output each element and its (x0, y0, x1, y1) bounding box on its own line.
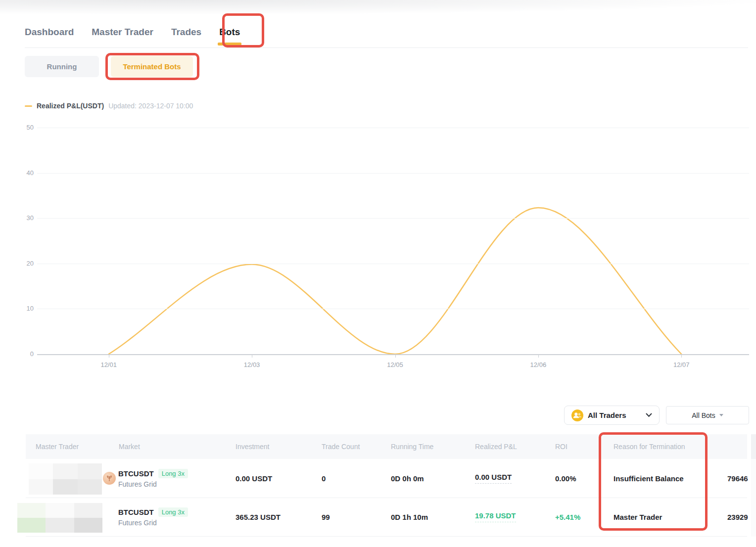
all-traders-dropdown[interactable]: All Traders (564, 406, 660, 425)
redacted-trader-identity (29, 463, 102, 495)
x-axis-tick (681, 355, 682, 358)
y-axis-tick-label: 30 (14, 214, 34, 223)
side-leverage-badge: Long 3x (158, 507, 188, 517)
gridline (37, 218, 749, 219)
bot-type: Futures Grid (118, 480, 188, 488)
tab-dashboard[interactable]: Dashboard (25, 26, 74, 39)
realized-pnl-tooltip-trigger[interactable]: 19.78 USDT (475, 511, 516, 522)
realized-pnl-value: 0.00 USDT (475, 473, 555, 484)
x-axis-tick (109, 355, 109, 358)
x-axis-tick-label: 12/01 (100, 361, 117, 368)
x-axis-tick-label: 12/06 (530, 361, 547, 368)
investment-value: 0.00 USDT (234, 474, 318, 483)
gridline (37, 309, 749, 309)
top-shadow (0, 0, 756, 20)
realized-pnl-value: 19.78 USDT (475, 511, 555, 522)
y-axis-tick-label: 0 (14, 350, 34, 359)
token-icon (103, 472, 116, 485)
realized-pnl-chart: 0102030405012/0112/0312/0512/0612/07 (0, 119, 756, 381)
legend-series-label: Realized P&L(USDT) (37, 102, 104, 110)
header-roi: ROI (555, 443, 614, 451)
header-running-time: Running Time (391, 443, 475, 451)
header-trade-count: Trade Count (318, 443, 391, 451)
header-realized-pnl: Realized P&L (475, 443, 555, 451)
running-time-value: 0D 1h 10m (391, 513, 475, 521)
market-cell: BTCUSDT Long 3x Futures Grid (103, 507, 234, 527)
caret-down-icon (719, 414, 723, 416)
subtab-terminated-bots[interactable]: Terminated Bots (111, 56, 193, 77)
x-axis-tick (252, 355, 252, 358)
trade-count-value: 99 (318, 513, 391, 521)
x-axis-tick (538, 355, 539, 358)
roi-value: +5.41% (555, 513, 614, 521)
realized-pnl-tooltip-trigger[interactable]: 0.00 USDT (475, 473, 512, 484)
row-separator (26, 498, 747, 498)
header-investment: Investment (234, 443, 318, 451)
table-row[interactable]: BTCUSDT Long 3x Futures Grid 0.00 USDT 0… (26, 459, 756, 498)
copy-trading-bots-page: Dashboard Master Trader Trades Bots Runn… (0, 0, 756, 547)
y-axis-tick-label: 20 (14, 259, 34, 268)
gridline (37, 354, 749, 355)
tab-trades[interactable]: Trades (171, 26, 201, 39)
y-axis-tick-label: 40 (14, 169, 34, 178)
legend-line-swatch (25, 105, 32, 107)
market-cell: BTCUSDT Long 3x Futures Grid (103, 469, 234, 488)
row-separator (26, 536, 747, 537)
bot-type: Futures Grid (118, 519, 188, 527)
chevron-down-icon (646, 413, 652, 417)
bot-id: 23929 (715, 513, 756, 521)
trade-count-value: 0 (318, 474, 391, 483)
pnl-line-series (109, 208, 682, 354)
x-axis-tick (395, 355, 396, 358)
all-traders-label: All Traders (588, 411, 641, 419)
header-market: Market (103, 443, 234, 451)
header-reason-for-termination: Reason for Termination (614, 443, 715, 451)
gridline (37, 264, 749, 264)
market-pair: BTCUSDT (118, 508, 154, 516)
traders-icon (571, 410, 583, 421)
investment-value: 365.23 USDT (234, 513, 318, 521)
legend-updated-time: Updated: 2023-12-07 10:00 (108, 102, 193, 110)
x-axis-tick-label: 12/07 (673, 361, 690, 368)
tab-bots[interactable]: Bots (219, 26, 240, 39)
all-bots-label: All Bots (692, 411, 715, 419)
bots-table-header: Master Trader Market Investment Trade Co… (26, 434, 747, 459)
running-time-value: 0D 0h 0m (391, 474, 475, 483)
side-leverage-badge: Long 3x (158, 469, 188, 478)
roi-value: 0.00% (555, 474, 614, 483)
tab-master-trader[interactable]: Master Trader (92, 26, 153, 39)
y-axis-tick-label: 10 (14, 304, 34, 313)
all-bots-dropdown[interactable]: All Bots (666, 406, 749, 424)
gridline (37, 173, 749, 174)
tabs-divider (25, 47, 748, 48)
termination-reason: Master Trader (614, 513, 715, 521)
x-axis-tick-label: 12/03 (244, 361, 260, 368)
bot-id: 79646 (715, 474, 756, 483)
x-axis-tick-label: 12/05 (387, 361, 403, 368)
header-master-trader: Master Trader (26, 443, 103, 451)
redacted-trader-identity (17, 503, 102, 533)
y-axis-tick-label: 50 (14, 123, 34, 132)
market-pair: BTCUSDT (118, 469, 154, 478)
table-right-strip (751, 459, 756, 537)
table-row[interactable]: BTCUSDT Long 3x Futures Grid 365.23 USDT… (26, 498, 756, 536)
pnl-line-svg (0, 119, 756, 381)
subtab-running[interactable]: Running (25, 56, 99, 77)
chart-legend: Realized P&L(USDT) Updated: 2023-12-07 1… (25, 101, 193, 111)
gridline (37, 128, 749, 128)
termination-reason: Insufficient Balance (614, 474, 715, 483)
table-right-strip (751, 434, 756, 459)
main-tabs: Dashboard Master Trader Trades Bots (25, 26, 240, 39)
